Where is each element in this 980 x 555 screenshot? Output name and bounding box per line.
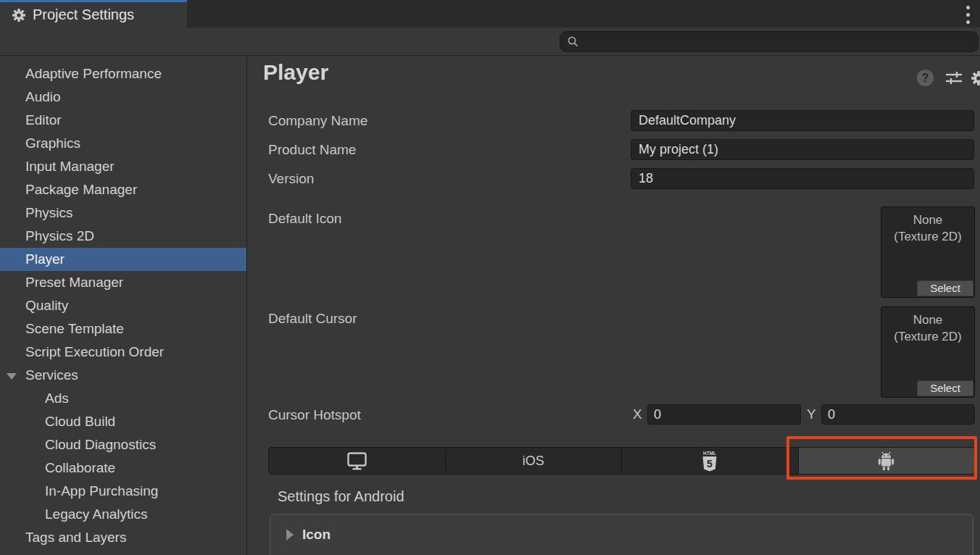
hotspot-x-label: X xyxy=(633,404,642,425)
object-type: (Texture 2D) xyxy=(881,328,974,345)
default-icon-object-field[interactable]: None (Texture 2D) Select xyxy=(881,206,975,298)
sidebar-item-physics[interactable]: Physics xyxy=(0,201,246,225)
sidebar-item-quality[interactable]: Quality xyxy=(0,294,246,317)
object-type: (Texture 2D) xyxy=(881,228,974,245)
sidebar-item-collaborate[interactable]: Collaborate xyxy=(0,456,246,480)
sidebar-item-graphics[interactable]: Graphics xyxy=(0,132,246,155)
tab-standalone[interactable] xyxy=(269,448,446,474)
sidebar-item-ads[interactable]: Ads xyxy=(0,387,246,410)
sidebar-item-label: Services xyxy=(25,367,78,383)
settings-gear-icon xyxy=(12,8,26,22)
icon-foldout[interactable]: Icon xyxy=(270,514,973,543)
sidebar-item-package-manager[interactable]: Package Manager xyxy=(0,178,246,201)
help-icon[interactable]: ? xyxy=(917,70,934,86)
window-titlebar: Project Settings xyxy=(0,0,980,28)
search-input[interactable] xyxy=(584,36,978,49)
sidebar-item-legacy-analytics[interactable]: Legacy Analytics xyxy=(0,503,246,526)
tab-title: Project Settings xyxy=(33,7,134,23)
sidebar-item-services[interactable]: Services xyxy=(0,364,246,387)
tab-project-settings[interactable]: Project Settings xyxy=(0,0,187,28)
gear-icon[interactable] xyxy=(971,70,980,86)
sidebar-item-scene-template[interactable]: Scene Template xyxy=(0,317,246,341)
default-cursor-object-field[interactable]: None (Texture 2D) Select xyxy=(881,306,975,398)
sidebar-item-physics-2d[interactable]: Physics 2D xyxy=(0,225,246,248)
sidebar-item-tags-and-layers[interactable]: Tags and Layers xyxy=(0,526,246,549)
object-value: None xyxy=(881,212,974,228)
default-icon-select-button[interactable]: Select xyxy=(917,280,973,296)
hotspot-y-label: Y xyxy=(807,404,816,425)
settings-sidebar: Adaptive Performance Audio Editor Graphi… xyxy=(0,56,247,555)
svg-text:5: 5 xyxy=(707,457,713,469)
sidebar-item-script-execution-order[interactable]: Script Execution Order xyxy=(0,341,246,364)
product-name-input[interactable] xyxy=(631,139,974,160)
presets-icon[interactable] xyxy=(945,71,963,85)
version-label: Version xyxy=(268,168,314,189)
hotspot-y-input[interactable] xyxy=(821,404,975,425)
ios-tab-label: iOS xyxy=(523,454,544,469)
expand-triangle-icon[interactable] xyxy=(7,373,17,380)
search-box[interactable] xyxy=(560,31,979,52)
sidebar-item-editor[interactable]: Editor xyxy=(0,109,246,132)
tab-webgl[interactable]: HTML 5 xyxy=(622,448,799,474)
cursor-hotspot-label: Cursor Hotspot xyxy=(268,404,361,425)
html5-icon: HTML 5 xyxy=(700,450,719,472)
default-icon-label: Default Icon xyxy=(268,208,341,229)
player-settings-panel: Player ? Company Name Product Name Versi… xyxy=(248,56,980,555)
settings-for-android-header: Settings for Android xyxy=(278,488,404,505)
tab-ios[interactable]: iOS xyxy=(446,448,623,474)
tab-android[interactable] xyxy=(799,448,975,474)
icon-foldout-label: Icon xyxy=(302,527,331,543)
sidebar-item-cloud-build[interactable]: Cloud Build xyxy=(0,410,246,433)
search-icon xyxy=(567,36,579,48)
company-name-input[interactable] xyxy=(631,110,974,131)
default-cursor-label: Default Cursor xyxy=(268,308,357,329)
android-icon xyxy=(875,451,897,471)
kebab-menu-icon[interactable] xyxy=(961,4,974,25)
company-name-label: Company Name xyxy=(268,110,368,131)
product-name-label: Product Name xyxy=(268,139,356,160)
foldout-collapsed-triangle-icon xyxy=(286,529,294,541)
android-settings-section: Icon xyxy=(270,514,973,555)
default-cursor-select-button[interactable]: Select xyxy=(917,380,973,396)
svg-text:HTML: HTML xyxy=(703,450,716,455)
monitor-icon xyxy=(347,452,367,470)
sidebar-item-adaptive-performance[interactable]: Adaptive Performance xyxy=(0,62,246,85)
version-input[interactable] xyxy=(631,168,974,189)
sidebar-item-audio[interactable]: Audio xyxy=(0,85,246,109)
object-value: None xyxy=(881,312,974,328)
platform-tab-bar: iOS HTML 5 xyxy=(268,447,975,475)
toolbar xyxy=(0,28,980,56)
hotspot-x-input[interactable] xyxy=(647,404,801,425)
sidebar-item-textmesh-pro[interactable]: TextMesh Pro xyxy=(0,549,246,555)
sidebar-item-input-manager[interactable]: Input Manager xyxy=(0,155,246,178)
sidebar-item-in-app-purchasing[interactable]: In-App Purchasing xyxy=(0,480,246,503)
sidebar-item-player[interactable]: Player xyxy=(0,248,246,271)
sidebar-item-cloud-diagnostics[interactable]: Cloud Diagnostics xyxy=(0,433,246,456)
sidebar-item-preset-manager[interactable]: Preset Manager xyxy=(0,271,246,294)
page-title: Player xyxy=(263,60,328,85)
